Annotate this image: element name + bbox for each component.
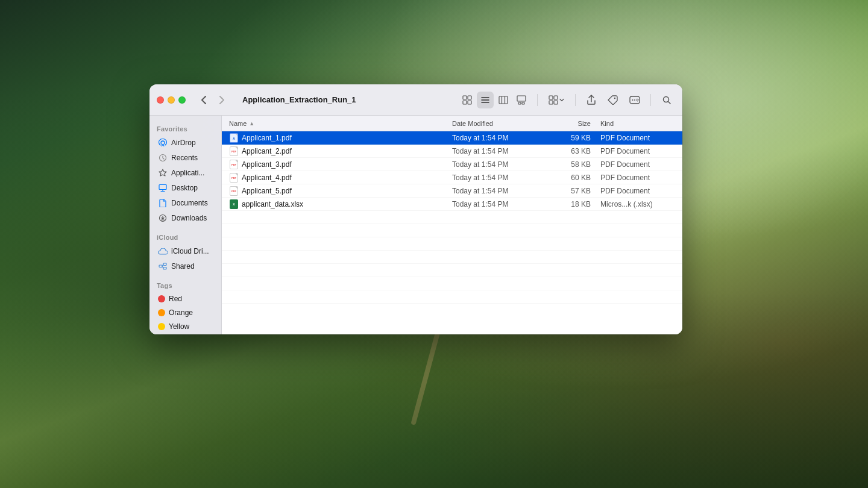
sidebar-item-yellow[interactable]: Yellow bbox=[152, 320, 219, 333]
svg-rect-26 bbox=[159, 185, 166, 190]
sidebar-item-icloud-drive[interactable]: iCloud Dri... bbox=[152, 244, 219, 258]
file-row[interactable]: PDF Applicant_4.pdf Today at 1:54 PM 60 … bbox=[222, 171, 682, 184]
sidebar-item-recents[interactable]: Recents bbox=[152, 151, 219, 165]
finder-window: Application_Extraction_Run_1 bbox=[149, 84, 682, 334]
empty-row bbox=[222, 211, 682, 224]
airdrop-label: AirDrop bbox=[171, 139, 196, 147]
kind-column-header[interactable]: Kind bbox=[591, 120, 675, 127]
pdf-file-icon: PDF bbox=[229, 146, 239, 156]
svg-rect-9 bbox=[499, 96, 508, 104]
file-row[interactable]: PDF Applicant_3.pdf Today at 1:54 PM 58 … bbox=[222, 158, 682, 171]
more-button[interactable] bbox=[626, 92, 643, 108]
empty-row bbox=[222, 277, 682, 290]
gallery-view-button[interactable] bbox=[513, 92, 530, 108]
favorites-label: Favorites bbox=[149, 120, 221, 135]
sidebar-item-shared[interactable]: Shared bbox=[152, 259, 219, 274]
svg-rect-32 bbox=[163, 263, 166, 266]
minimize-button[interactable] bbox=[168, 96, 175, 104]
file-modified: Today at 1:54 PM bbox=[452, 134, 549, 142]
file-kind: PDF Document bbox=[591, 160, 675, 169]
list-view-button[interactable] bbox=[477, 92, 494, 108]
svg-point-19 bbox=[632, 99, 634, 101]
svg-rect-14 bbox=[554, 96, 558, 99]
column-view-button[interactable] bbox=[495, 92, 512, 108]
empty-row bbox=[222, 251, 682, 264]
desktop-label: Desktop bbox=[171, 184, 198, 192]
traffic-lights bbox=[157, 96, 186, 104]
sidebar-item-desktop[interactable]: Desktop bbox=[152, 181, 219, 195]
name-column-header[interactable]: Name ▲ bbox=[229, 120, 452, 127]
maximize-button[interactable] bbox=[178, 96, 186, 104]
empty-row bbox=[222, 224, 682, 237]
pdf-file-icon: PDF bbox=[229, 186, 239, 196]
svg-rect-2 bbox=[463, 101, 467, 104]
file-kind: PDF Document bbox=[591, 187, 675, 195]
svg-rect-33 bbox=[163, 267, 166, 270]
size-column-header[interactable]: Size bbox=[549, 120, 591, 127]
tag-button[interactable] bbox=[605, 92, 621, 108]
icloud-icon bbox=[158, 246, 168, 256]
tags-label: Tags bbox=[149, 277, 221, 292]
red-dot bbox=[158, 295, 165, 302]
forward-button[interactable] bbox=[213, 92, 230, 108]
file-list: Name ▲ Date Modified Size Kind bbox=[222, 116, 682, 334]
file-modified: Today at 1:54 PM bbox=[452, 200, 549, 208]
pdf-file-icon: PDF bbox=[229, 173, 239, 183]
icon-view-button[interactable] bbox=[459, 92, 476, 108]
share-button[interactable] bbox=[583, 92, 600, 108]
file-row[interactable]: X applicant_data.xlsx Today at 1:54 PM 1… bbox=[222, 198, 682, 211]
modified-column-header[interactable]: Date Modified bbox=[452, 120, 549, 127]
sidebar-item-red[interactable]: Red bbox=[152, 292, 219, 305]
search-button[interactable] bbox=[658, 92, 675, 108]
file-list-header: Name ▲ Date Modified Size Kind bbox=[222, 116, 682, 131]
desktop-icon bbox=[158, 183, 168, 193]
sidebar-item-downloads[interactable]: Downloads bbox=[152, 211, 219, 225]
toolbar: Application_Extraction_Run_1 bbox=[149, 84, 682, 116]
file-row[interactable]: PDF Applicant_2.pdf Today at 1:54 PM 63 … bbox=[222, 145, 682, 158]
group-button[interactable] bbox=[545, 93, 568, 107]
applications-label: Applicati... bbox=[171, 169, 204, 177]
file-row[interactable]: PDF Applicant_5.pdf Today at 1:54 PM 57 … bbox=[222, 184, 682, 198]
sidebar-item-orange[interactable]: Orange bbox=[152, 306, 219, 319]
file-size: 57 KB bbox=[549, 187, 591, 195]
separator-2 bbox=[575, 94, 576, 106]
documents-label: Documents bbox=[171, 199, 208, 207]
file-modified: Today at 1:54 PM bbox=[452, 160, 549, 169]
svg-rect-1 bbox=[468, 96, 471, 99]
recents-icon bbox=[158, 153, 168, 163]
sidebar-item-applications[interactable]: Applicati... bbox=[152, 166, 219, 180]
file-row[interactable]: A Applicant_1.pdf Today at 1:54 PM 59 KB… bbox=[222, 131, 682, 145]
shared-label: Shared bbox=[171, 262, 195, 271]
svg-rect-3 bbox=[468, 101, 471, 104]
sidebar-item-documents[interactable]: Documents bbox=[152, 196, 219, 210]
file-kind: PDF Document bbox=[591, 134, 675, 142]
file-name-cell: PDF Applicant_4.pdf bbox=[229, 173, 452, 183]
file-modified: Today at 1:54 PM bbox=[452, 147, 549, 155]
icloud-drive-label: iCloud Dri... bbox=[171, 247, 209, 255]
window-title: Application_Extraction_Run_1 bbox=[242, 95, 356, 104]
svg-rect-13 bbox=[549, 96, 553, 99]
svg-rect-0 bbox=[463, 96, 467, 99]
file-kind: PDF Document bbox=[591, 174, 675, 182]
svg-rect-31 bbox=[159, 265, 162, 267]
nav-buttons bbox=[195, 92, 230, 108]
svg-point-24 bbox=[161, 141, 165, 145]
file-name-cell: A Applicant_1.pdf bbox=[229, 133, 452, 143]
empty-row bbox=[222, 290, 682, 304]
svg-rect-11 bbox=[518, 102, 521, 104]
close-button[interactable] bbox=[157, 96, 164, 104]
svg-rect-15 bbox=[549, 101, 553, 104]
svg-line-23 bbox=[668, 101, 671, 104]
file-size: 18 KB bbox=[549, 200, 591, 208]
orange-dot bbox=[158, 309, 165, 316]
sidebar-item-airdrop[interactable]: AirDrop bbox=[152, 136, 219, 150]
sort-arrow: ▲ bbox=[249, 120, 254, 127]
red-label: Red bbox=[169, 295, 182, 303]
yellow-dot bbox=[158, 323, 165, 330]
file-kind: PDF Document bbox=[591, 147, 675, 155]
orange-label: Orange bbox=[169, 308, 193, 317]
downloads-icon bbox=[158, 213, 168, 223]
xlsx-file-icon: X bbox=[229, 199, 239, 209]
back-button[interactable] bbox=[195, 92, 212, 108]
sidebar: Favorites AirDrop bbox=[149, 116, 222, 334]
